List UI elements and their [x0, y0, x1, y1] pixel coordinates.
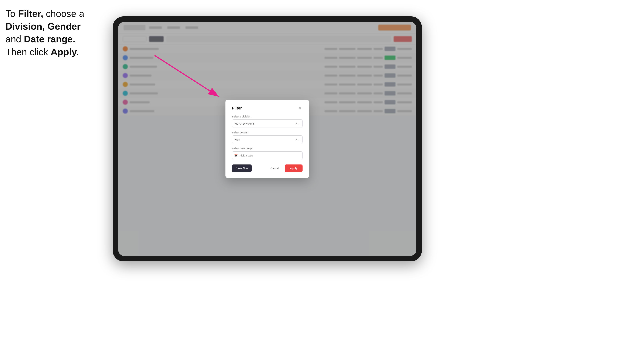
division-label: Select a division	[232, 115, 302, 118]
modal-footer: Clear filter Cancel Apply	[232, 165, 302, 172]
date-input[interactable]	[232, 151, 302, 159]
date-range-label: Select Date range	[232, 147, 302, 150]
tablet-frame: Filter × Select a division NCAA Division…	[113, 16, 422, 261]
date-range-bold: Date range.	[24, 34, 75, 44]
division-select-controls: × ⌄	[296, 122, 301, 125]
modal-title: Filter	[232, 106, 242, 111]
gender-select-wrapper: Men × ⌄	[232, 135, 302, 143]
date-input-wrapper: 📅	[232, 151, 302, 159]
footer-right: Cancel Apply	[267, 165, 302, 172]
calendar-icon: 📅	[234, 154, 238, 157]
modal-overlay: Filter × Select a division NCAA Division…	[118, 22, 416, 256]
modal-close-button[interactable]: ×	[298, 106, 302, 111]
tablet-screen: Filter × Select a division NCAA Division…	[118, 22, 416, 256]
instruction-line4: Then click Apply.	[6, 47, 79, 57]
instruction-text: To Filter, choose a Division, Gender and…	[6, 7, 111, 58]
division-gender-bold: Division, Gender	[6, 21, 80, 32]
gender-chevron-icon[interactable]: ⌄	[298, 138, 301, 141]
division-select[interactable]: NCAA Division I	[232, 119, 302, 127]
clear-filter-button[interactable]: Clear filter	[232, 165, 252, 172]
gender-select-controls: × ⌄	[296, 138, 301, 141]
gender-clear-icon[interactable]: ×	[296, 138, 298, 141]
filter-bold: Filter,	[18, 8, 43, 19]
gender-select[interactable]: Men	[232, 135, 302, 143]
division-group: Select a division NCAA Division I × ⌄	[232, 115, 302, 127]
filter-modal: Filter × Select a division NCAA Division…	[226, 100, 309, 178]
apply-bold: Apply.	[51, 47, 79, 57]
gender-label: Select gender	[232, 131, 302, 134]
cancel-button[interactable]: Cancel	[267, 165, 283, 172]
gender-group: Select gender Men × ⌄	[232, 131, 302, 143]
close-icon: ×	[299, 106, 301, 110]
apply-button[interactable]: Apply	[285, 165, 302, 172]
modal-header: Filter ×	[232, 106, 302, 111]
instruction-line1: To Filter, choose a	[6, 8, 84, 19]
division-chevron-icon[interactable]: ⌄	[298, 122, 301, 125]
division-clear-icon[interactable]: ×	[296, 122, 298, 125]
date-range-group: Select Date range 📅	[232, 147, 302, 159]
division-select-wrapper: NCAA Division I × ⌄	[232, 119, 302, 127]
instruction-line3: and Date range.	[6, 34, 75, 44]
